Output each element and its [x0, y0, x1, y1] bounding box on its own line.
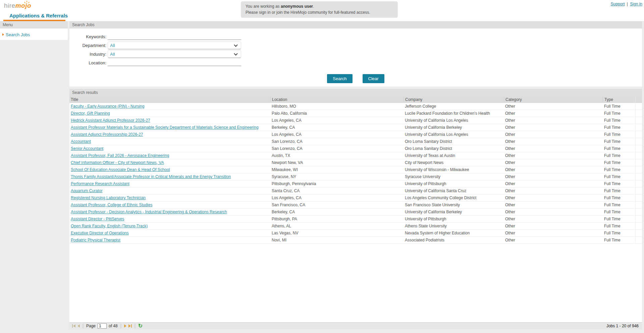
job-category: Other [504, 131, 603, 138]
search-button[interactable]: Search [327, 74, 352, 83]
support-link[interactable]: Support [610, 2, 625, 6]
tab-applications-referrals[interactable]: Applications & Referrals [9, 13, 68, 18]
location-input[interactable] [108, 59, 241, 66]
job-title-link[interactable]: Assistant Adjunct Professorship 2026-27 [71, 132, 143, 137]
clear-button[interactable]: Clear [363, 74, 384, 83]
department-label: Department: [69, 43, 107, 48]
row-spacer [635, 180, 642, 187]
job-title-link[interactable]: Accountant [71, 139, 91, 144]
job-title-link[interactable]: Director, Gift Planning [71, 111, 110, 116]
job-type: Full Time [603, 173, 635, 180]
job-location: Berkeley, CA [270, 124, 404, 131]
job-title-link[interactable]: Assistant Professor - Decision Analytics… [71, 210, 227, 214]
column-header-type[interactable]: Type [603, 96, 635, 103]
job-company: University of Pittsburgh [404, 216, 504, 222]
job-type: Full Time [603, 166, 635, 173]
job-title-link[interactable]: Assistant Professor Materials for a Sust… [71, 125, 259, 130]
job-type: Full Time [603, 237, 635, 243]
job-location: Berkeley, CA [270, 209, 404, 215]
page-number-input[interactable] [98, 323, 107, 329]
job-location: Athens, AL [270, 223, 404, 229]
job-title-link[interactable]: Performance Research Assistant [71, 181, 129, 186]
last-page-button[interactable] [128, 324, 132, 328]
job-title-link[interactable]: School Of Education Associate Dean & Hea… [71, 167, 170, 172]
table-row: Executive Director of Operations Las Veg… [69, 230, 642, 237]
sign-in-link[interactable]: Sign in [630, 2, 642, 6]
job-title-link[interactable]: Podiatric Physical Therapist [71, 238, 120, 242]
column-header-spacer [635, 96, 642, 103]
page-count-label: of 48 [109, 324, 118, 328]
pager-divider [121, 324, 121, 328]
chevron-down-icon [234, 43, 237, 47]
refresh-icon[interactable]: ↻ [138, 323, 143, 329]
job-title-link[interactable]: Registered Nursing Laboratory Technician [71, 196, 146, 200]
job-title-link[interactable]: Senior Accountant [71, 146, 103, 151]
job-title-link[interactable]: Faculty - Early Assurance (PIN) - Nursin… [71, 104, 144, 109]
previous-page-button[interactable] [77, 324, 80, 328]
job-category: Other [504, 209, 603, 215]
job-type: Full Time [603, 124, 635, 131]
job-title-link[interactable]: Assistant Professor, College of Ethnic S… [71, 203, 152, 207]
row-spacer [635, 138, 642, 145]
search-results-panel: Search results Title Location Company Ca… [69, 89, 642, 329]
department-select[interactable]: All [108, 42, 241, 49]
job-type: Full Time [603, 110, 635, 117]
table-row: Faculty - Early Assurance (PIN) - Nursin… [69, 103, 642, 110]
department-selected-value: All [110, 43, 115, 48]
job-type: Full Time [603, 216, 635, 222]
keywords-input[interactable] [108, 33, 241, 40]
row-spacer [635, 230, 642, 236]
table-row: Assistant Adjunct Professorship 2026-27 … [69, 131, 642, 138]
row-spacer [635, 202, 642, 208]
job-company: University of Pittsburgh [404, 180, 504, 187]
hiremojo-logo[interactable]: hiremojo [4, 2, 31, 9]
job-type: Full Time [603, 187, 635, 194]
job-title-link[interactable]: Executive Director of Operations [71, 231, 129, 235]
job-type: Full Time [603, 152, 635, 159]
location-label: Location: [69, 60, 107, 65]
job-category: Other [504, 152, 603, 159]
job-title-link[interactable]: Thonis Family Assistant/Associate Profes… [71, 174, 231, 179]
row-spacer [635, 159, 642, 166]
job-type: Full Time [603, 180, 635, 187]
first-page-button[interactable] [72, 324, 75, 328]
job-company: Athens State University [404, 223, 504, 229]
job-location: Hillsboro, MO [270, 103, 404, 110]
chevron-down-icon [234, 52, 237, 55]
job-location: San Francisco, CA [270, 202, 404, 208]
search-form: Keywords: Department: All Indu [69, 29, 642, 83]
job-type: Full Time [603, 131, 635, 138]
top-right-links: Support | Sign in [610, 2, 642, 6]
column-header-location[interactable]: Location [270, 96, 404, 103]
row-spacer [635, 117, 642, 124]
job-location: Milwaukee, WI [270, 166, 404, 173]
table-row: Registered Nursing Laboratory Technician… [69, 195, 642, 202]
job-title-link[interactable]: Chief Information Officer - City of Newp… [71, 160, 164, 165]
link-separator: | [627, 2, 628, 6]
next-page-button[interactable] [124, 324, 126, 328]
job-title-link[interactable]: Assistant Director - PittServes [71, 217, 124, 221]
job-title-link[interactable]: Aquarium Curator [71, 188, 103, 193]
row-spacer [635, 166, 642, 173]
job-location: Austin, TX [270, 152, 404, 159]
job-title-link[interactable]: Open Rank Faculty, English (Tenure-Track… [71, 224, 148, 228]
sidebar-item-search-jobs[interactable]: Search Jobs [0, 32, 68, 38]
job-type: Full Time [603, 138, 635, 145]
column-header-category[interactable]: Category [504, 96, 603, 103]
job-category: Other [504, 159, 603, 166]
job-category: Other [504, 117, 603, 124]
column-header-company[interactable]: Company [404, 96, 504, 103]
job-company: San Francisco State University [404, 202, 504, 208]
job-company: Syracuse University [404, 173, 504, 180]
table-row: Senior Accountant San Lorenzo, CA Oro Lo… [69, 145, 642, 152]
search-results-section-header: Search results [69, 89, 642, 96]
column-header-title[interactable]: Title [69, 96, 270, 103]
arrow-right-icon [2, 33, 4, 36]
industry-select[interactable]: All [108, 50, 241, 58]
job-title-link[interactable]: Assistant Professor, Fall 2026 - Aerospa… [71, 153, 169, 158]
panel-gap [69, 87, 642, 89]
pagination-controls: Page of 48 ↻ [71, 323, 143, 329]
sidebar-filler [0, 40, 68, 333]
job-category: Other [504, 237, 603, 243]
job-title-link[interactable]: Hedrick Assistant Adjunct Professor 2026… [71, 118, 150, 123]
